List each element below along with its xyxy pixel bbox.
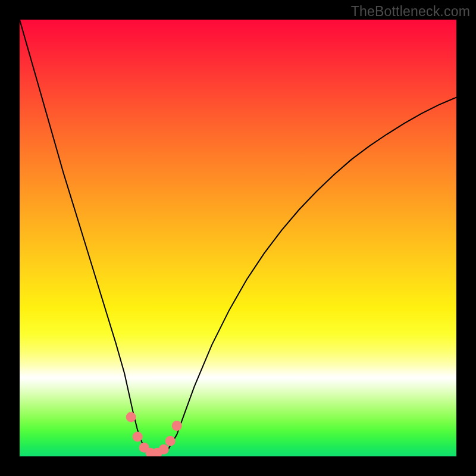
bottleneck-curve — [20, 20, 456, 456]
chart-frame: TheBottleneck.com — [0, 0, 476, 476]
curve-marker — [126, 412, 136, 422]
curve-marker — [133, 431, 143, 441]
curve-marker — [165, 436, 176, 446]
curve-marker — [159, 444, 169, 455]
curve-marker — [172, 421, 182, 431]
curve-path — [20, 20, 456, 454]
plot-area — [20, 20, 456, 456]
watermark-text: TheBottleneck.com — [351, 4, 470, 20]
